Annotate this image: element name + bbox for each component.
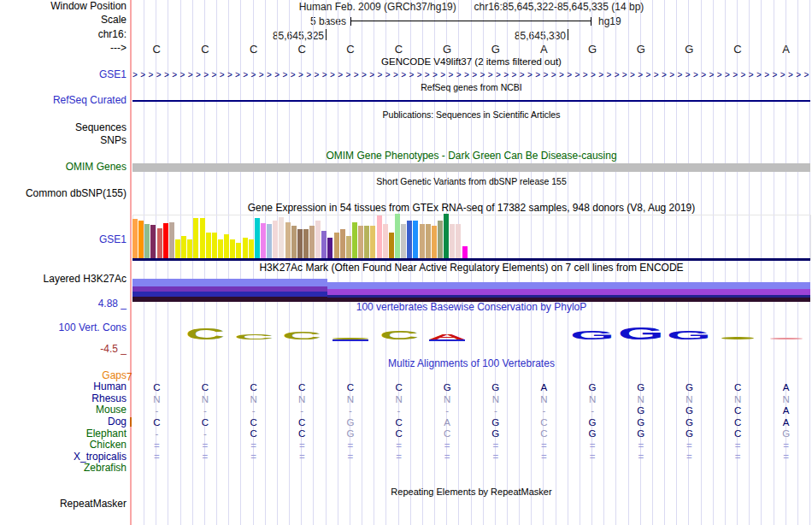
assembly-name: Human Feb. 2009 (GRCh37/hg19) [299,1,456,13]
track-label-omim-genes[interactable]: OMIM Genes [0,162,127,173]
alignment-base-x_tropicalis: = [203,451,209,462]
alignment-base-human: C [298,382,305,392]
track-label-dog[interactable]: Dog [0,416,127,428]
reference-base: A [782,43,790,56]
track-label-sequences[interactable]: Sequences [0,122,127,133]
alignment-base-x_tropicalis: = [590,451,596,462]
gtex-expression-bar [212,233,217,258]
track-label-window-position[interactable]: Window Position [0,1,127,12]
alignment-base-x_tropicalis: = [735,451,741,462]
track-label--[interactable]: ---> [0,43,127,54]
gtex-expression-bar [444,214,449,258]
track-label-common-dbsnp-155-[interactable]: Common dbSNP(155) [0,188,127,199]
gtex-expression-bar [327,238,332,258]
track-label-repeatmasker[interactable]: RepeatMasker [0,498,127,510]
track-label-100-vert-cons[interactable]: 100 Vert. Cons [0,322,127,333]
alignment-base-human: A [783,382,790,392]
gtex-expression-bar [395,214,400,258]
alignment-base-rhesus: N [685,394,692,404]
alignment-base-dog: C [298,417,305,428]
alignment-base-dog: C [250,417,256,428]
alignment-base-human: C [202,382,209,392]
h3k27ac-layer [327,298,810,302]
alignment-base-human: C [250,382,256,392]
alignment-base-mouse: - [349,405,352,416]
track-label-chr16-[interactable]: chr16: [0,29,127,40]
gtex-expression-bar [243,238,248,258]
track-label-chicken[interactable]: Chicken [0,439,127,451]
track-label-refseq-curated[interactable]: RefSeq Curated [0,95,127,106]
track-label-zebrafish[interactable]: Zebrafish [0,463,127,474]
alignment-base-mouse: - [591,405,594,416]
refseq-gene-line [132,100,810,102]
alignment-base-dog: C [734,417,741,428]
conservation-underline [332,339,368,341]
reference-base: C [250,43,257,56]
track-center-title: Repeating Elements by RepeatMasker [132,487,810,498]
track-label-4-88-[interactable]: 4.88 _ [0,298,127,310]
gtex-expression-bar [150,225,156,258]
gtex-expression-bar [249,239,254,258]
alignment-base-elephant: G [685,428,693,439]
alignment-base-rhesus: N [638,394,644,404]
track-label-mouse[interactable]: Mouse [0,404,127,416]
gtex-expression-bar [413,221,418,258]
alignment-base-human: G [637,382,644,392]
gtex-expression-bar [358,226,363,258]
alignment-base-x_tropicalis: = [783,451,789,462]
gtex-expression-bar [200,218,205,258]
gtex-expression-bar [456,224,461,258]
gtex-expression-bar [370,226,375,258]
alignment-base-chicken: = [299,440,305,451]
track-label-gse1[interactable]: GSE1 [0,234,127,245]
gtex-expression-bar [267,224,272,258]
alignment-base-dog: C [202,417,209,428]
gtex-expression-bar [303,229,309,258]
reference-base: G [443,43,451,56]
alignment-base-mouse: - [543,405,546,416]
gtex-expression-bar [340,229,345,258]
gtex-expression-bar [389,233,394,258]
gtex-expression-bar [138,221,144,258]
alignment-base-chicken: = [638,440,644,451]
reference-base: C [298,43,306,56]
alignment-base-chicken: = [348,440,354,451]
alignment-base-rhesus: N [492,394,499,404]
gtex-expression-bar [462,246,468,258]
alignment-base-mouse: - [300,405,303,416]
alignment-base-rhesus: N [734,394,741,404]
track-label--4-5-[interactable]: -4.5 _ [0,344,127,355]
h3k27ac-layer [327,282,810,289]
alignment-base-chicken: = [686,440,692,451]
alignment-base-mouse: C [734,405,741,416]
scale-bar-left-tick [350,17,351,26]
track-label-scale[interactable]: Scale [0,15,127,26]
gtex-expression-bar [279,217,284,258]
track-center-title: RefSeq genes from NCBI [132,82,810,93]
alignment-base-x_tropicalis: = [154,451,160,462]
gtex-expression-bar [163,223,168,258]
gtex-expression-bar [450,224,455,258]
alignment-base-x_tropicalis: = [396,451,402,462]
alignment-base-human: C [734,382,741,392]
reference-base: C [346,43,354,56]
conservation-letter: G [667,330,711,339]
conservation-flat-mark [721,337,754,340]
track-label-human[interactable]: Human [0,381,127,392]
track-label-layered-h3k27ac[interactable]: Layered H3K27Ac [0,274,127,285]
alignment-base-dog: A [783,417,790,428]
reference-base: C [733,43,741,56]
track-label-snps[interactable]: SNPs [0,135,127,146]
alignment-base-elephant: C [250,428,256,439]
track-label-gse1[interactable]: GSE1 [0,69,127,80]
alignment-base-rhesus: N [298,394,305,404]
gtex-expression-bar [273,221,278,258]
reference-base: G [588,43,597,56]
alignment-base-x_tropicalis: = [299,451,305,462]
gtex-expression-bar [334,233,339,258]
conservation-letter: C [379,331,418,339]
omim-gene-bar [132,163,810,172]
gtex-expression-bar [236,243,241,258]
alignment-base-elephant: G [346,428,354,439]
alignment-base-dog: C [540,417,547,428]
